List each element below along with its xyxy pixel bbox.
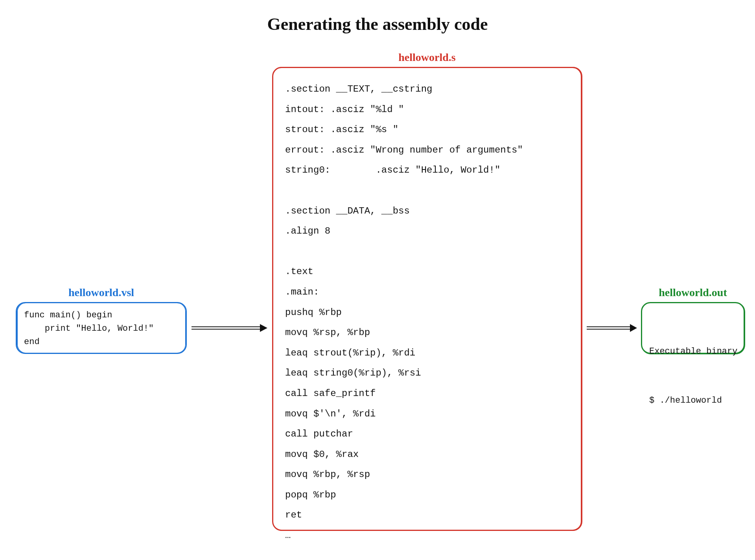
arrow-assembly-to-output: [586, 323, 637, 333]
assembly-code-box: .section __TEXT, __cstring intout: .asci…: [272, 67, 582, 531]
diagram-title: Generating the assembly code: [0, 14, 755, 34]
svg-marker-2: [260, 324, 267, 332]
arrow-source-to-assembly: [191, 323, 267, 333]
svg-marker-5: [630, 324, 637, 332]
source-code-box: func main() begin print "Hello, World!" …: [16, 302, 187, 354]
output-box-label: helloworld.out: [641, 286, 745, 299]
output-description: Executable binary: [649, 343, 737, 360]
output-command: $ ./helloworld: [649, 392, 737, 409]
output-box: Executable binary $ ./helloworld: [641, 302, 745, 354]
assembly-box-label: helloworld.s: [272, 51, 582, 64]
source-box-label: helloworld.vsl: [16, 286, 187, 299]
